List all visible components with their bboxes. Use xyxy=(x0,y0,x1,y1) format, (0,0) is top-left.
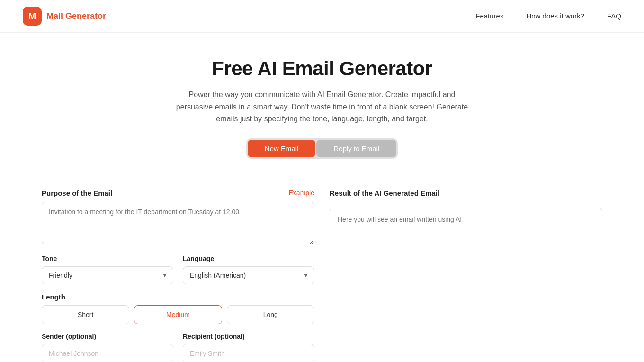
right-panel: Result of the AI Generated Email 📋 Copy … xyxy=(330,189,602,362)
recipient-input[interactable] xyxy=(183,344,314,362)
sender-input[interactable] xyxy=(42,344,173,362)
length-label: Length xyxy=(42,293,65,301)
result-textarea[interactable] xyxy=(330,208,602,362)
tone-select[interactable]: Friendly Formal Casual Professional Pers… xyxy=(42,266,173,284)
main-content: Purpose of the Email Example Tone Friend… xyxy=(19,176,625,362)
recipient-field: Recipient (optional) xyxy=(183,333,314,362)
length-long[interactable]: Long xyxy=(227,305,314,324)
length-short[interactable]: Short xyxy=(42,305,129,324)
hero-title: Free AI Email Generator xyxy=(9,57,635,80)
language-field: Language English (American) English (Bri… xyxy=(183,255,314,284)
hero-section: Free AI Email Generator Power the way yo… xyxy=(0,33,644,176)
left-panel: Purpose of the Email Example Tone Friend… xyxy=(42,189,314,362)
tone-field: Tone Friendly Formal Casual Professional… xyxy=(42,255,173,284)
logo-text: Mail Generator xyxy=(46,11,106,21)
hero-description: Power the way you communicate with AI Em… xyxy=(170,89,474,125)
tone-language-row: Tone Friendly Formal Casual Professional… xyxy=(42,255,314,284)
sender-field: Sender (optional) xyxy=(42,333,173,362)
tone-label: Tone xyxy=(42,255,173,262)
sender-recipient-row: Sender (optional) Recipient (optional) xyxy=(42,333,314,362)
tone-select-wrapper: Friendly Formal Casual Professional Pers… xyxy=(42,266,173,284)
nav-faq[interactable]: FAQ xyxy=(607,12,621,20)
nav-links: Features How does it work? FAQ xyxy=(475,12,621,20)
recipient-label: Recipient (optional) xyxy=(183,333,314,340)
example-link[interactable]: Example xyxy=(289,189,314,197)
purpose-input[interactable] xyxy=(42,202,314,244)
tab-toggle: New Email Reply to Email xyxy=(246,138,398,159)
nav-how-it-works[interactable]: How does it work? xyxy=(526,12,584,20)
sender-recipient-section: Sender (optional) Recipient (optional) xyxy=(42,333,314,362)
length-medium[interactable]: Medium xyxy=(134,305,222,324)
language-select-wrapper: English (American) English (British) Spa… xyxy=(183,266,314,284)
tab-new-email[interactable]: New Email xyxy=(248,140,316,157)
logo-link[interactable]: M Mail Generator xyxy=(23,7,106,26)
length-buttons: Short Medium Long xyxy=(42,305,314,324)
purpose-header: Purpose of the Email Example xyxy=(42,189,314,197)
nav-features[interactable]: Features xyxy=(475,12,503,20)
tab-reply-to-email[interactable]: Reply to Email xyxy=(316,140,396,157)
logo-icon: M xyxy=(23,7,42,26)
length-section: Length Short Medium Long xyxy=(42,293,314,324)
result-label: Result of the AI Generated Email xyxy=(330,189,602,197)
purpose-label: Purpose of the Email xyxy=(42,189,112,197)
language-label: Language xyxy=(183,255,314,262)
sender-label: Sender (optional) xyxy=(42,333,173,340)
language-select[interactable]: English (American) English (British) Spa… xyxy=(183,266,314,284)
navbar: M Mail Generator Features How does it wo… xyxy=(0,0,644,33)
